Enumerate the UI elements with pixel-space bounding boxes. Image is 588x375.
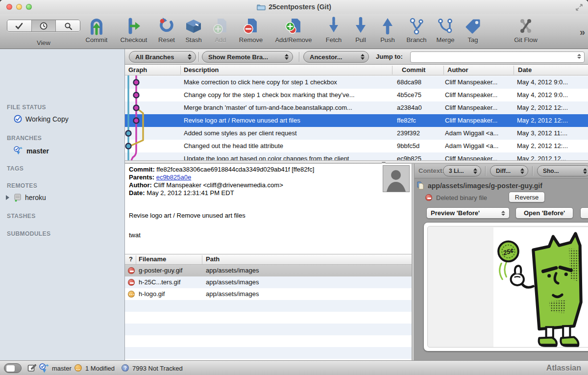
commit-label: Commit [78, 36, 115, 44]
commit-table-header: Graph Description Commit Author Date [125, 65, 588, 75]
add-icon [212, 17, 229, 35]
sidebar-section-submodules: SUBMODULES [7, 230, 50, 237]
commit-row[interactable]: Make correction to click here copy for s… [125, 76, 588, 89]
column-header-description[interactable]: Description [184, 66, 219, 74]
column-header-date[interactable]: Date [518, 66, 532, 74]
merge-icon [437, 17, 454, 35]
column-header-path[interactable]: Path [206, 255, 220, 263]
reverse-button[interactable]: Reverse [509, 192, 545, 202]
author-label: Author: [129, 181, 152, 189]
updown-arrows-icon [583, 168, 587, 174]
updown-arrows-icon [520, 168, 524, 174]
removed-status-icon [128, 267, 135, 274]
folder-icon [257, 3, 266, 10]
untracked-count-icon: ? [122, 364, 129, 372]
commit-message-note: twat [129, 231, 141, 239]
sidebar-section-branches: BRANCHES [7, 135, 42, 142]
ancestor-order-dropdown[interactable]: Ancestor... [303, 51, 369, 63]
file-table-header: ? Filename Path [125, 254, 412, 265]
column-header-author[interactable]: Author [447, 66, 468, 74]
updown-arrows-icon [577, 54, 581, 59]
branch-filter-dropdown[interactable]: All Branches [129, 51, 196, 63]
tag-icon [464, 17, 482, 35]
file-status-view-button[interactable] [7, 20, 32, 31]
commit-date: May 2, 2012 12:31:41 PM EDT [147, 189, 234, 197]
clipped-button[interactable]: C [580, 207, 588, 219]
git-flow-label: Git Flow [507, 36, 544, 44]
pages-icon [416, 181, 425, 190]
jump-to-label: Jump to: [376, 53, 403, 60]
removed-status-icon [128, 279, 135, 286]
column-header-filename[interactable]: Filename [139, 255, 166, 263]
sidebar-section-tags: TAGS [7, 165, 24, 172]
image-preview-area: 25¢ [427, 226, 588, 348]
commit-row[interactable]: Update the logo art based on color chang… [125, 152, 588, 160]
commit-row-selected[interactable]: Revise logo art / Remove unused art file… [125, 114, 588, 127]
compose-icon[interactable] [27, 363, 37, 373]
preview-controls: Preview 'Before' Open 'Before' C [415, 207, 588, 219]
column-header-commit[interactable]: Commit [402, 66, 425, 74]
column-header-graph[interactable]: Graph [128, 66, 147, 74]
window-title: 25centposters (Git) [269, 3, 331, 11]
context-label: Context: [418, 167, 444, 175]
open-before-button[interactable]: Open 'Before' [515, 207, 573, 219]
horizontal-splitter[interactable] [125, 160, 588, 164]
diff-mode-dropdown[interactable]: Diff... [490, 165, 528, 176]
commit-list: Make correction to click here copy for s… [125, 75, 588, 160]
splitter-handle[interactable] [382, 162, 386, 163]
preview-before-dropdown[interactable]: Preview 'Before' [426, 207, 510, 219]
file-row[interactable]: h-logo.gifapp/assets/images [125, 288, 412, 300]
remote-branches-dropdown[interactable]: Show Remote Bra... [202, 51, 293, 63]
fullscreen-icon[interactable] [575, 3, 583, 11]
ancestor-order-value: Ancestor... [310, 53, 342, 61]
commit-button[interactable]: Commit [78, 17, 115, 47]
search-view-button[interactable] [56, 20, 80, 31]
sidebar-item-heroku[interactable]: heroku [14, 193, 46, 202]
remove-button[interactable]: Remove [232, 17, 270, 47]
modified-count-label: 1 Modified [85, 365, 115, 372]
reset-icon [158, 17, 175, 35]
add-remove-button[interactable]: Add/Remove [272, 17, 315, 47]
add-remove-icon [285, 17, 302, 35]
sidebar: FILE STATUS Working Copy BRANCHES master… [0, 49, 125, 360]
toolbar-overflow-chevron[interactable]: » [580, 26, 585, 38]
commit-info: Commit: ffe82fcea38306cae6918844cda3349d… [129, 166, 314, 197]
commit-row[interactable]: Changed out the head title attribute9bbf… [125, 140, 588, 152]
title-bar: 25centposters (Git) [0, 0, 588, 14]
file-row-selected[interactable]: g-poster-guy.gifapp/assets/images [125, 265, 412, 276]
context-lines-dropdown[interactable]: 3 Li... [443, 165, 481, 176]
commit-row[interactable]: Merge branch 'master' of turn-and-face.b… [125, 101, 588, 114]
poster-guy-image: 25¢ [493, 227, 588, 347]
master-branch-label: master [26, 147, 49, 155]
working-copy-label: Working Copy [25, 115, 69, 123]
filter-separator [299, 52, 299, 62]
jump-to-combobox[interactable] [410, 51, 585, 63]
git-flow-icon [517, 17, 535, 35]
commit-row[interactable]: Change copy for the step 1 check box mar… [125, 89, 588, 101]
status-bar: master … 1 Modified ? 7993 Not Tracked A… [0, 360, 588, 375]
file-row[interactable]: h-25C...ters.gifapp/assets/images [125, 276, 412, 288]
diff-file-header: app/assets/images/g-poster-guy.gif [416, 181, 588, 190]
view-label: View [7, 39, 80, 47]
column-header-status[interactable]: ? [129, 255, 133, 263]
commit-row[interactable]: Added some styles as per client request2… [125, 127, 588, 140]
sidebar-item-working-copy[interactable]: Working Copy [14, 115, 69, 123]
parent-commit-link[interactable]: ec9b825a0e [156, 174, 192, 181]
commit-author: Cliff Manspeaker <cliff@drivenewmedia.co… [154, 181, 283, 189]
remove-icon [242, 17, 260, 35]
updown-arrows-icon [361, 54, 365, 60]
current-branch-name: master [52, 365, 72, 372]
view-segmented-control [7, 20, 80, 32]
show-mode-dropdown[interactable]: Sho... [537, 165, 588, 176]
git-flow-button[interactable]: Git Flow [507, 17, 544, 47]
disclosure-triangle-icon[interactable] [6, 195, 9, 200]
atlassian-logo: Atlassian [546, 364, 581, 373]
sidebar-toggle-button[interactable] [4, 363, 22, 373]
sidebar-item-master[interactable]: master [14, 146, 49, 155]
updown-arrows-icon [285, 54, 289, 60]
avatar-photo [383, 166, 409, 192]
updown-arrows-icon [473, 168, 477, 174]
tag-button[interactable]: Tag [454, 17, 491, 47]
checkout-button[interactable]: Checkout [115, 17, 152, 47]
log-view-button[interactable] [32, 20, 56, 31]
